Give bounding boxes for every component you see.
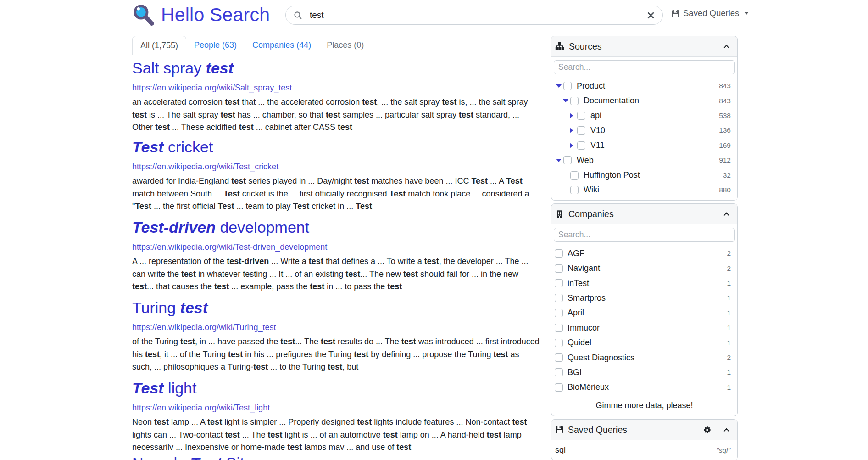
source-label: Web: [577, 156, 594, 165]
source-tree-row: Documentation 843: [563, 93, 731, 108]
tree-caret-icon[interactable]: [563, 99, 570, 102]
company-label: Quidel: [568, 338, 591, 348]
sources-panel-title: Sources: [569, 41, 602, 52]
company-label: inTest: [568, 279, 589, 288]
saved-queries-dropdown[interactable]: Saved Queries: [672, 8, 749, 18]
company-row: Smartpros 1: [555, 291, 731, 305]
search-result: Salt spray test https://en.wikipedia.org…: [132, 55, 540, 134]
result-title-link[interactable]: Nevada Test Site: [132, 454, 540, 460]
sources-panel-header[interactable]: Sources: [551, 36, 737, 57]
checkbox[interactable]: [555, 294, 563, 302]
company-label: April: [568, 308, 584, 318]
tree-caret-icon[interactable]: [570, 113, 577, 118]
gear-icon[interactable]: [703, 426, 712, 434]
result-url-link[interactable]: https://en.wikipedia.org/wiki/Turing_tes…: [132, 322, 540, 332]
app-logo-magnifier-icon: [132, 3, 156, 27]
saved-query-row[interactable]: sql "sql": [551, 440, 737, 460]
company-row: BioMérieux 1: [555, 380, 731, 395]
source-tree-row: Wiki 880: [563, 183, 731, 197]
search-bar[interactable]: [285, 6, 663, 25]
sources-search-input[interactable]: [554, 60, 735, 74]
sitemap-icon: [555, 42, 564, 51]
source-label: Huffington Post: [584, 170, 640, 180]
chevron-up-icon[interactable]: [723, 43, 730, 50]
result-snippet: of the Turing test, in ... have passed t…: [132, 336, 540, 374]
clear-search-icon[interactable]: [647, 11, 655, 19]
companies-panel-title: Companies: [568, 209, 614, 219]
result-title-link[interactable]: Salt spray test: [132, 59, 540, 78]
result-title-link[interactable]: Test cricket: [132, 138, 540, 157]
chevron-up-icon[interactable]: [723, 210, 730, 218]
result-snippet: A ... representation of the test-driven …: [132, 255, 540, 293]
company-row: Navigant 2: [555, 261, 731, 276]
result-title-link[interactable]: Turing test: [132, 298, 540, 317]
search-input[interactable]: [309, 10, 647, 21]
company-row: Quidel 1: [555, 335, 731, 350]
checkbox[interactable]: [555, 339, 563, 347]
source-label: V11: [590, 140, 605, 150]
saved-queries-panel-header[interactable]: Saved Queries: [551, 420, 737, 440]
checkbox[interactable]: [555, 264, 563, 273]
company-count: 2: [727, 264, 731, 273]
checkbox[interactable]: [555, 368, 563, 376]
checkbox[interactable]: [570, 97, 579, 105]
result-title-link[interactable]: Test-driven development: [132, 218, 540, 237]
company-row: inTest 1: [555, 276, 731, 291]
checkbox[interactable]: [577, 112, 585, 120]
source-count: 843: [719, 97, 731, 105]
saved-query-text: "sql": [716, 446, 730, 454]
load-more-companies[interactable]: Gimme more data, please!: [551, 398, 737, 416]
checkbox[interactable]: [555, 309, 563, 317]
company-count: 1: [727, 339, 731, 347]
tab-companies[interactable]: Companies (44): [245, 36, 319, 55]
company-count: 1: [727, 279, 731, 287]
tree-caret-icon[interactable]: [556, 84, 563, 88]
company-label: Smartpros: [568, 293, 606, 303]
chevron-up-icon[interactable]: [723, 426, 730, 434]
checkbox[interactable]: [563, 82, 572, 90]
result-title-link[interactable]: Test light: [132, 379, 540, 398]
tree-caret-icon[interactable]: [556, 159, 563, 162]
companies-search-input[interactable]: [554, 228, 735, 242]
result-url-link[interactable]: https://en.wikipedia.org/wiki/Salt_spray…: [132, 83, 540, 93]
tab-people[interactable]: People (63): [186, 36, 245, 55]
chevron-down-icon: [744, 12, 749, 15]
checkbox[interactable]: [577, 141, 585, 150]
result-url-link[interactable]: https://en.wikipedia.org/wiki/Test_crick…: [132, 162, 540, 172]
tree-caret-icon[interactable]: [570, 128, 577, 133]
company-count: 1: [727, 294, 731, 302]
source-count: 880: [719, 186, 731, 194]
result-url-link[interactable]: https://en.wikipedia.org/wiki/Test-drive…: [132, 242, 540, 252]
checkbox[interactable]: [570, 186, 579, 194]
result-url-link[interactable]: https://en.wikipedia.org/wiki/Test_light: [132, 403, 540, 413]
checkbox[interactable]: [555, 279, 563, 287]
source-count: 32: [723, 171, 731, 180]
search-result: Test-driven development https://en.wikip…: [132, 214, 540, 295]
result-snippet: awarded for India-England test series pl…: [132, 175, 540, 213]
page-title: Hello Search: [161, 4, 270, 26]
save-icon: [672, 10, 679, 17]
result-tabs: All (1,755)People (63)Companies (44)Plac…: [132, 36, 540, 55]
tree-caret-icon[interactable]: [570, 143, 577, 148]
sidebar: Sources Product 843 Documentation 843 ap…: [551, 36, 738, 460]
tab-all[interactable]: All (1,755): [132, 36, 186, 55]
search-icon: [294, 11, 302, 20]
brand: Hello Search: [132, 3, 270, 27]
company-label: Immucor: [568, 323, 600, 333]
checkbox[interactable]: [577, 126, 585, 135]
search-results: Salt spray test https://en.wikipedia.org…: [132, 55, 540, 460]
companies-panel-header[interactable]: Companies: [551, 204, 737, 224]
source-count: 912: [719, 156, 731, 164]
source-label: V10: [590, 126, 605, 135]
tab-places[interactable]: Places (0): [319, 36, 372, 55]
checkbox[interactable]: [555, 324, 563, 332]
checkbox[interactable]: [563, 156, 572, 164]
checkbox[interactable]: [555, 383, 563, 392]
saved-queries-dropdown-label: Saved Queries: [683, 8, 739, 18]
checkbox[interactable]: [555, 353, 563, 362]
checkbox[interactable]: [570, 171, 579, 180]
source-label: Wiki: [584, 185, 599, 195]
checkbox[interactable]: [555, 249, 563, 258]
company-label: Quest Diagnostics: [568, 353, 634, 363]
saved-queries-panel: Saved Queries sql "sql": [551, 419, 738, 460]
